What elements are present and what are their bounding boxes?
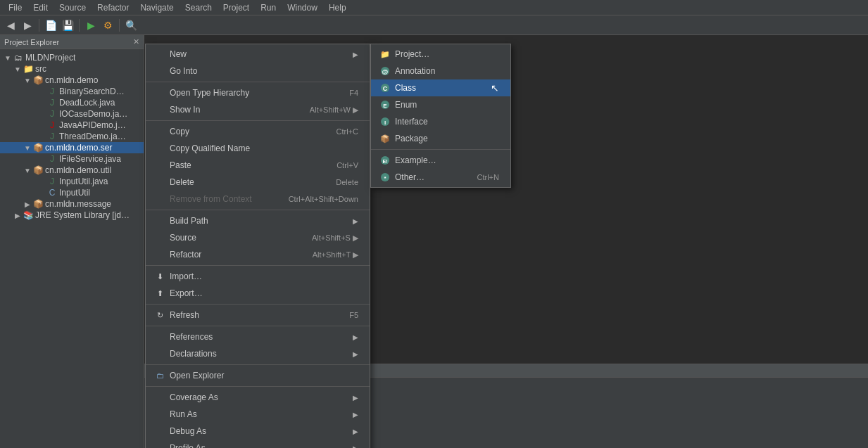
- sep-8: [146, 386, 370, 387]
- new-arrow-icon: ▶: [353, 51, 358, 58]
- show-in-icon: [154, 104, 165, 115]
- remove-context-shortcut: Ctrl+Alt+Shift+Down: [289, 195, 358, 203]
- menu-item-open-type[interactable]: Open Type Hierarchy F4: [146, 84, 370, 101]
- menu-item-declarations-label: Declarations: [170, 349, 217, 359]
- example-icon: E!: [379, 155, 391, 166]
- menu-item-go-into[interactable]: Go Into: [146, 63, 370, 79]
- menu-item-declarations[interactable]: Declarations ▶: [146, 345, 370, 362]
- menu-item-build-path[interactable]: Build Path ▶: [146, 212, 370, 229]
- refresh-shortcut: F5: [349, 311, 358, 319]
- menu-item-coverage-as[interactable]: Coverage As ▶: [146, 389, 370, 406]
- menu-item-export[interactable]: ⬆ Export…: [146, 285, 370, 302]
- menu-item-references[interactable]: References ▶: [146, 328, 370, 345]
- new-submenu-enum[interactable]: E Enum: [371, 96, 510, 113]
- menu-item-open-type-label: Open Type Hierarchy: [170, 88, 249, 98]
- profile-as-icon: [154, 442, 165, 448]
- annotation-icon: @: [379, 65, 391, 77]
- menu-item-debug-as-label: Debug As: [170, 426, 206, 436]
- menu-item-copy[interactable]: Copy Ctrl+C: [146, 123, 370, 140]
- menu-item-profile-as[interactable]: Profile As ▶: [146, 440, 370, 448]
- run-as-icon: [154, 409, 165, 420]
- context-menu: New ▶ Go Into Open Type Hierarchy F4 Sho…: [145, 44, 370, 448]
- debug-as-icon: [154, 425, 165, 437]
- svg-text:@: @: [382, 68, 389, 75]
- new-submenu: 📁 Project… @ Annotation C Class ↖: [370, 44, 511, 188]
- open-explorer-icon: 🗀: [154, 370, 165, 381]
- menu-item-delete[interactable]: Delete Delete: [146, 174, 370, 191]
- new-submenu-class[interactable]: C Class ↖: [371, 79, 510, 96]
- new-submenu-other[interactable]: * Other… Ctrl+N: [371, 169, 510, 186]
- paste-shortcut: Ctrl+V: [336, 161, 358, 169]
- new-icon: [154, 49, 165, 60]
- new-submenu-annotation[interactable]: @ Annotation: [371, 63, 510, 79]
- delete-shortcut: Delete: [336, 178, 358, 186]
- copy-qualified-icon: [154, 143, 165, 154]
- menu-item-references-label: References: [170, 332, 213, 342]
- menu-item-show-in[interactable]: Show In Alt+Shift+W ▶: [146, 101, 370, 118]
- menu-item-import-label: Import…: [170, 271, 202, 281]
- new-submenu-annotation-label: Annotation: [395, 66, 435, 76]
- enum-icon: E: [379, 99, 391, 110]
- menu-item-remove-context-label: Remove from Context: [170, 194, 252, 204]
- menu-item-export-label: Export…: [170, 288, 203, 298]
- new-submenu-project-label: Project…: [395, 49, 429, 59]
- class-new-icon: C: [379, 82, 391, 94]
- menu-item-source-label: Source: [170, 233, 196, 243]
- sep-4: [146, 265, 370, 266]
- menu-item-remove-context: Remove from Context Ctrl+Alt+Shift+Down: [146, 191, 370, 207]
- menu-item-copy-qualified[interactable]: Copy Qualified Name: [146, 140, 370, 157]
- project-new-icon: 📁: [379, 49, 391, 60]
- menu-item-debug-as[interactable]: Debug As ▶: [146, 423, 370, 440]
- debug-as-arrow-icon: ▶: [353, 428, 358, 435]
- new-submenu-package[interactable]: 📦 Package: [371, 130, 510, 147]
- menu-item-open-explorer-label: Open Explorer: [170, 371, 224, 380]
- menu-item-run-as-label: Run As: [170, 409, 197, 419]
- menu-item-paste[interactable]: Paste Ctrl+V: [146, 157, 370, 174]
- menu-item-refactor[interactable]: Refactor Alt+Shift+T ▶: [146, 246, 370, 263]
- sep-6: [146, 326, 370, 326]
- menu-item-paste-label: Paste: [170, 160, 191, 170]
- profile-as-arrow-icon: ▶: [353, 444, 358, 449]
- declarations-icon: [154, 348, 165, 359]
- menu-item-new-label: New: [170, 49, 187, 59]
- menu-item-source[interactable]: Source Alt+Shift+S ▶: [146, 229, 370, 246]
- new-submenu-interface-label: Interface: [395, 117, 428, 127]
- menu-item-open-explorer[interactable]: 🗀 Open Explorer: [146, 367, 370, 384]
- declarations-arrow-icon: ▶: [353, 350, 358, 358]
- new-submenu-project[interactable]: 📁 Project…: [371, 46, 510, 63]
- package-new-icon: 📦: [379, 133, 391, 144]
- menu-item-run-as[interactable]: Run As ▶: [146, 406, 370, 423]
- new-submenu-enum-label: Enum: [395, 100, 417, 110]
- copy-shortcut: Ctrl+C: [336, 127, 358, 136]
- new-submenu-package-label: Package: [395, 134, 428, 143]
- svg-text:E!: E!: [383, 159, 388, 164]
- menu-item-show-in-label: Show In: [170, 105, 200, 115]
- export-icon: ⬆: [154, 288, 165, 299]
- import-icon: ⬇: [154, 271, 165, 282]
- cursor-icon: ↖: [491, 82, 499, 94]
- paste-icon: [154, 160, 165, 171]
- other-shortcut: Ctrl+N: [477, 173, 499, 181]
- menu-item-refresh[interactable]: ↻ Refresh F5: [146, 307, 370, 324]
- context-menu-overlay[interactable]: New ▶ Go Into Open Type Hierarchy F4 Sho…: [0, 0, 868, 448]
- menu-item-import[interactable]: ⬇ Import…: [146, 268, 370, 285]
- menu-item-new[interactable]: New ▶: [146, 46, 370, 63]
- delete-icon: [154, 177, 165, 188]
- remove-context-icon: [154, 193, 165, 205]
- menu-item-refresh-label: Refresh: [170, 310, 199, 320]
- menu-item-go-into-label: Go Into: [170, 66, 197, 76]
- go-into-icon: [154, 65, 165, 77]
- menu-item-profile-as-label: Profile As: [170, 443, 206, 448]
- copy-icon: [154, 126, 165, 137]
- source-icon: [154, 232, 165, 243]
- new-submenu-example[interactable]: E! Example…: [371, 152, 510, 169]
- sep-2: [146, 120, 370, 121]
- new-submenu-interface[interactable]: I Interface: [371, 113, 510, 130]
- show-in-shortcut: Alt+Shift+W ▶: [310, 105, 358, 115]
- svg-text:E: E: [383, 103, 387, 109]
- build-path-icon: [154, 215, 165, 226]
- build-path-arrow-icon: ▶: [353, 217, 358, 225]
- coverage-arrow-icon: ▶: [353, 394, 358, 402]
- menu-item-coverage-as-label: Coverage As: [170, 392, 218, 402]
- run-as-arrow-icon: ▶: [353, 411, 358, 418]
